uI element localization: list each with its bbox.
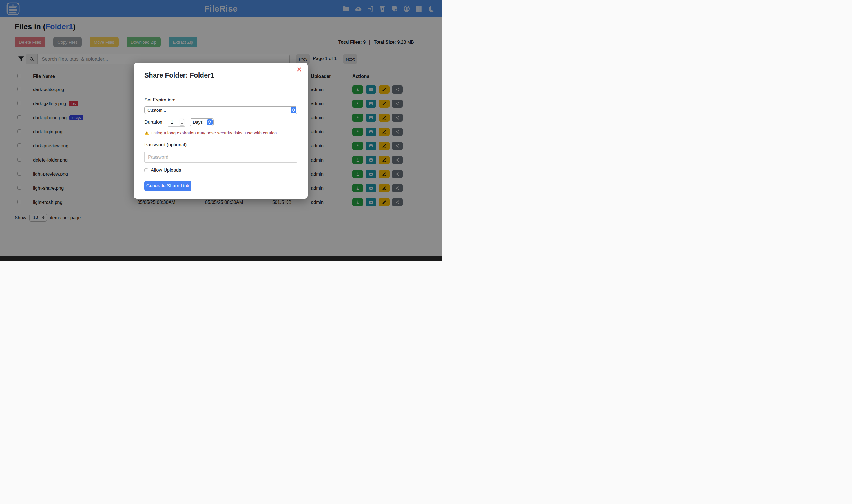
select-stepper-icon [291, 107, 296, 113]
duration-input-wrap [168, 118, 185, 127]
expiration-value: Custom... [147, 108, 166, 113]
allow-uploads-label: Allow Uploads [151, 167, 181, 173]
warning-row: Using a long expiration may pose securit… [144, 130, 297, 136]
number-stepper-icon[interactable] [180, 119, 184, 126]
password-field[interactable] [144, 152, 297, 163]
warning-text: Using a long expiration may pose securit… [151, 130, 278, 136]
warning-triangle-icon [144, 131, 149, 135]
modal-title: Share Folder: Folder1 [144, 71, 297, 79]
duration-unit-value: Days [193, 120, 203, 125]
close-icon[interactable] [297, 67, 302, 72]
expiration-select[interactable]: Custom... [144, 106, 297, 114]
password-label: Password (optional): [144, 142, 297, 148]
allow-uploads-checkbox[interactable] [144, 168, 148, 172]
generate-share-link-button[interactable]: Generate Share Link [144, 181, 191, 191]
duration-unit-select[interactable]: Days [190, 119, 214, 126]
select-stepper-icon [207, 119, 213, 125]
duration-row: Duration: Days [144, 118, 297, 127]
share-folder-modal: Share Folder: Folder1 Set Expiration: Cu… [134, 63, 308, 199]
duration-label: Duration: [144, 120, 164, 125]
expiration-label: Set Expiration: [144, 97, 297, 103]
allow-uploads-row: Allow Uploads [144, 167, 297, 173]
